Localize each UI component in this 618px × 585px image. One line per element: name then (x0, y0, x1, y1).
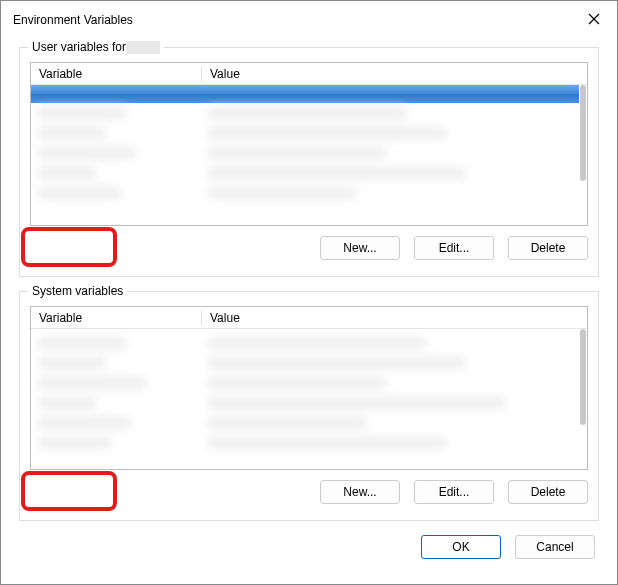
column-header-value[interactable]: Value (202, 67, 587, 81)
user-variables-group: User variables for Variable Value (19, 47, 599, 277)
ok-button[interactable]: OK (421, 535, 501, 559)
column-header-variable[interactable]: Variable (31, 67, 201, 81)
system-edit-button[interactable]: Edit... (414, 480, 494, 504)
user-variables-label-text: User variables for (32, 40, 126, 54)
cancel-button[interactable]: Cancel (515, 535, 595, 559)
system-variables-label-text: System variables (32, 284, 123, 298)
username-redacted (126, 41, 160, 54)
system-new-highlight (21, 471, 117, 511)
dialog-content: User variables for Variable Value (1, 39, 617, 584)
user-delete-button[interactable]: Delete (508, 236, 588, 260)
close-button[interactable] (571, 1, 617, 39)
user-list-blurred-content (31, 103, 579, 225)
system-list-scrollbar[interactable] (580, 329, 586, 425)
user-new-button[interactable]: New... (320, 236, 400, 260)
column-header-value[interactable]: Value (202, 311, 587, 325)
column-header-variable[interactable]: Variable (31, 311, 201, 325)
selected-row[interactable] (31, 85, 579, 103)
window-title: Environment Variables (13, 13, 133, 27)
system-delete-button[interactable]: Delete (508, 480, 588, 504)
titlebar: Environment Variables (1, 1, 617, 39)
user-edit-button[interactable]: Edit... (414, 236, 494, 260)
user-new-highlight (21, 227, 117, 267)
system-variables-label: System variables (28, 284, 127, 298)
system-variables-list[interactable]: Variable Value (30, 306, 588, 470)
system-variables-group: System variables Variable Value (19, 291, 599, 521)
system-variables-buttons: New... Edit... Delete (30, 480, 588, 504)
user-list-scrollbar[interactable] (580, 85, 586, 181)
dialog-buttons: OK Cancel (19, 535, 599, 559)
user-variables-list[interactable]: Variable Value (30, 62, 588, 226)
user-variables-buttons: New... Edit... Delete (30, 236, 588, 260)
environment-variables-dialog: Environment Variables User variables for… (0, 0, 618, 585)
system-list-headers: Variable Value (31, 307, 587, 329)
user-variables-label: User variables for (28, 40, 164, 54)
close-icon (588, 13, 600, 28)
system-list-blurred-content (31, 333, 579, 469)
system-new-button[interactable]: New... (320, 480, 400, 504)
user-list-headers: Variable Value (31, 63, 587, 85)
